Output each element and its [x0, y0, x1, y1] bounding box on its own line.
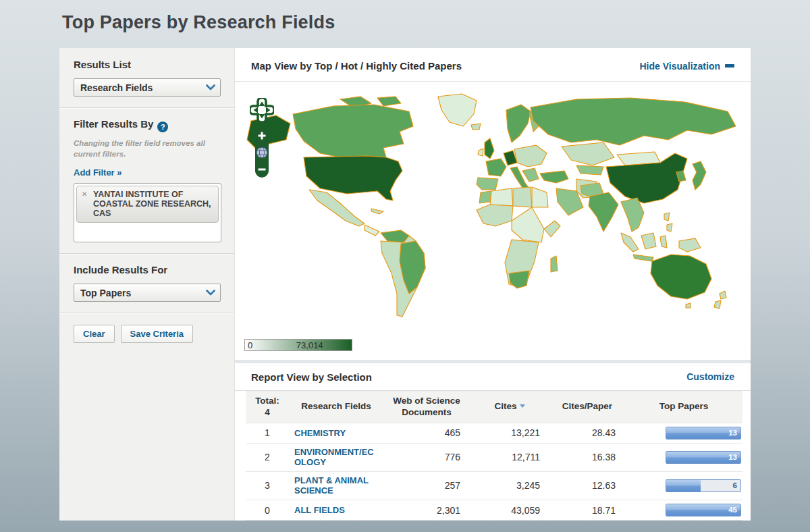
country-turkey — [540, 171, 568, 183]
main-panel: Map View by Top / Hot / Highly Cited Pap… — [235, 48, 751, 521]
field-link[interactable]: PLANT & ANIMAL SCIENCE — [294, 475, 377, 496]
rank-cell: 3 — [246, 471, 289, 500]
top-papers-cell: 13 — [625, 443, 742, 471]
top-papers-bar: 6 — [666, 479, 741, 492]
top-papers-bar-value: 45 — [728, 506, 737, 514]
documents-cell: 776 — [383, 443, 470, 471]
filter-section: Filter Results By? Changing the filter f… — [59, 109, 234, 253]
top-papers-cell: 13 — [625, 423, 742, 443]
documents-cell: 257 — [383, 471, 470, 500]
total-value: 4 — [248, 407, 286, 419]
map-panel-title: Map View by Top / Hot / Highly Cited Pap… — [251, 60, 462, 72]
filter-heading-label: Filter Results By — [74, 118, 153, 130]
total-label: Total: — [248, 396, 286, 407]
column-cites-sorted[interactable]: Cites — [470, 391, 549, 423]
country-russia — [531, 98, 736, 145]
filter-heading: Filter Results By? — [74, 118, 221, 132]
country-uk — [485, 138, 494, 159]
world-choropleth-map[interactable] — [239, 91, 747, 325]
customize-link[interactable]: Customize — [686, 371, 734, 382]
top-papers-bar-value: 6 — [733, 481, 737, 489]
column-cites-label: Cites — [494, 401, 516, 411]
results-table: Total: 4 Research Fields Web of Science … — [246, 391, 742, 521]
filter-tag-label: YANTAI INSTITUTE OF COASTAL ZONE RESEARC… — [93, 190, 211, 218]
top-papers-bar-value: 13 — [728, 429, 737, 437]
hide-visualization-link[interactable]: Hide Visualization — [639, 61, 734, 72]
table-header-row: Total: 4 Research Fields Web of Science … — [246, 391, 742, 423]
clear-button[interactable]: Clear — [74, 325, 115, 343]
filter-note: Changing the filter field removes all cu… — [74, 138, 209, 159]
country-greenland — [438, 94, 477, 126]
page-title: Top Papers by Research Fields — [62, 12, 810, 33]
table-row: 2 ENVIRONMENT/ECOLOGY 776 12,711 16.38 1… — [246, 443, 742, 471]
documents-cell: 465 — [383, 423, 470, 443]
filter-tag: ✕ YANTAI INSTITUTE OF COASTAL ZONE RESEA… — [76, 186, 219, 223]
country-madagascar — [551, 256, 558, 272]
include-results-heading: Include Results For — [74, 264, 221, 275]
help-icon[interactable]: ? — [157, 122, 168, 132]
country-australia — [651, 255, 711, 299]
add-filter-link[interactable]: Add Filter » — [74, 167, 122, 178]
map-panel-header: Map View by Top / Hot / Highly Cited Pap… — [235, 48, 751, 82]
include-results-dropdown[interactable]: Top Papers — [74, 284, 221, 302]
country-japan — [693, 161, 706, 190]
cites-per-paper-cell: 12.63 — [549, 471, 625, 500]
remove-filter-icon[interactable]: ✕ — [82, 190, 87, 198]
cites-per-paper-cell: 28.43 — [549, 423, 625, 443]
map-zoom-control — [255, 128, 269, 178]
legend-max: 73,014 — [296, 340, 323, 350]
legend-min: 0 — [248, 340, 252, 350]
country-france — [486, 159, 506, 176]
top-papers-bar: 45 — [666, 504, 741, 516]
top-papers-bar: 13 — [666, 427, 741, 440]
results-list-dropdown[interactable]: Research Fields — [74, 78, 221, 97]
table-row: 0 ALL FIELDS 2,301 43,059 18.71 45 — [246, 500, 742, 521]
rank-cell: 2 — [246, 443, 289, 471]
table-row: 1 CHEMISTRY 465 13,221 28.43 13 — [246, 423, 742, 443]
country-new-zealand — [720, 291, 726, 299]
map-pan-control — [250, 98, 274, 122]
filter-box: ✕ YANTAI INSTITUTE OF COASTAL ZONE RESEA… — [74, 183, 221, 242]
cites-cell: 12,711 — [470, 443, 549, 471]
field-link[interactable]: CHEMISTRY — [294, 428, 346, 439]
column-cites-per-paper[interactable]: Cites/Paper — [549, 391, 625, 423]
country-south-africa — [509, 271, 529, 288]
top-papers-cell: 45 — [625, 500, 742, 521]
country-india — [589, 192, 618, 232]
sidebar: Results List Research Fields Filter Resu… — [59, 48, 235, 521]
map-legend: 0 73,014 — [244, 339, 352, 351]
chevron-down-icon — [206, 290, 215, 296]
minus-icon — [725, 64, 734, 68]
country-mexico — [309, 190, 364, 226]
hide-visualization-label: Hide Visualization — [639, 61, 720, 72]
cites-cell: 43,059 — [470, 500, 549, 521]
sidebar-buttons: Clear Save Criteria — [59, 314, 234, 343]
cites-per-paper-cell: 18.71 — [549, 500, 625, 521]
rank-cell: 0 — [246, 500, 289, 521]
country-canada — [293, 105, 413, 159]
report-panel-title: Report View by Selection — [251, 371, 372, 383]
field-link[interactable]: ENVIRONMENT/ECOLOGY — [294, 447, 377, 468]
country-spain — [477, 178, 498, 190]
field-link[interactable]: ALL FIELDS — [294, 505, 345, 516]
map-controls[interactable] — [250, 98, 274, 180]
column-top-papers[interactable]: Top Papers — [625, 391, 742, 423]
content-layout: Results List Research Fields Filter Resu… — [59, 48, 751, 521]
globe-icon — [256, 147, 267, 158]
top-papers-bar: 13 — [666, 451, 741, 464]
column-research-fields[interactable]: Research Fields — [289, 391, 383, 423]
cites-cell: 13,221 — [470, 423, 549, 443]
rank-cell: 1 — [246, 423, 289, 443]
save-criteria-button[interactable]: Save Criteria — [121, 325, 194, 343]
total-header: Total: 4 — [246, 391, 289, 423]
results-list-selected: Research Fields — [80, 82, 153, 93]
top-papers-cell: 6 — [625, 471, 742, 500]
table-row: 3 PLANT & ANIMAL SCIENCE 257 3,245 12.63… — [246, 471, 742, 500]
report-panel-header: Report View by Selection Customize — [235, 363, 751, 391]
include-results-selected: Top Papers — [80, 288, 131, 298]
documents-cell: 2,301 — [383, 500, 470, 521]
map-area: 0 73,014 — [235, 82, 751, 360]
column-documents[interactable]: Web of Science Documents — [383, 391, 470, 423]
cites-cell: 3,245 — [470, 471, 549, 500]
sort-descending-icon — [520, 404, 525, 408]
